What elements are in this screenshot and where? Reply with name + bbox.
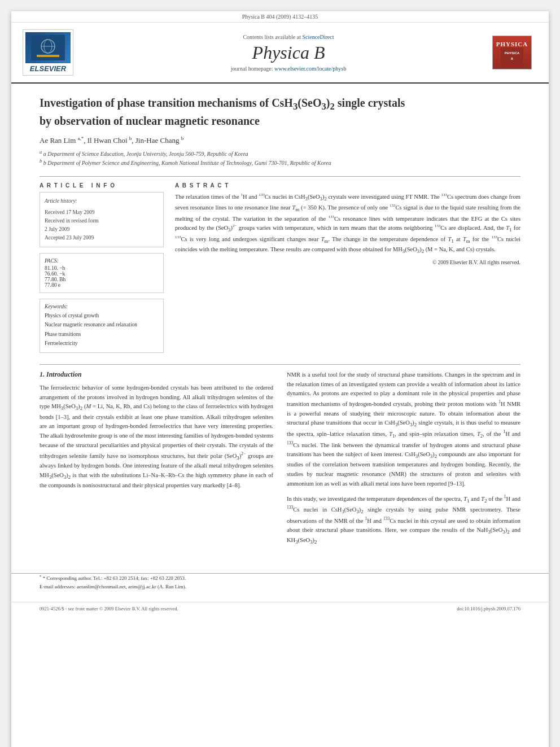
article-page: Physica B 404 (2009) 4132–4135 ELSEVIER — [11, 11, 549, 747]
svg-text:B: B — [511, 57, 513, 60]
article-history: Article history: Received 17 May 2009 Re… — [40, 192, 164, 247]
pacs-section: PACS: 81.10. −h 76.60. −k 77.80. Bh 77.8… — [40, 253, 164, 293]
body-columns: 1. Introduction The ferroelectric behavi… — [40, 370, 520, 551]
footnote-corresponding: * * Corresponding author. Tel.: +82 63 2… — [40, 574, 520, 582]
homepage-link[interactable]: www.elsevier.com/locate/physb — [274, 65, 346, 72]
issn-text: 0921-4526/$ - see front matter © 2009 El… — [40, 606, 178, 611]
intro-paragraph-1: The ferroelectric behavior of some hydro… — [40, 383, 273, 491]
pacs-item-1: 81.10. −h — [45, 265, 159, 271]
intro-paragraph-3: In this study, we investigated the tempe… — [287, 493, 520, 547]
journal-right: PHYSICA PHYSICA B — [492, 36, 537, 69]
left-meta-column: A R T I C L E I N F O Article history: R… — [40, 182, 164, 353]
keywords-section: Keywords: Physics of crystal growth Nucl… — [40, 299, 164, 353]
keyword-1: Physics of crystal growth — [45, 311, 159, 320]
elsevier-label: ELSEVIER — [25, 64, 71, 73]
received-date: Received 17 May 2009 — [45, 208, 159, 217]
body-divider — [40, 364, 520, 365]
keyword-4: Ferroelectricity — [45, 339, 159, 348]
affiliations: a a Department of Science Education, Jeo… — [40, 149, 520, 168]
abstract-text: The relaxation times of the 1H and 133Cs… — [175, 192, 520, 255]
abstract-column: A B S T R A C T The relaxation times of … — [175, 182, 520, 353]
revised-date: 2 July 2009 — [45, 225, 159, 234]
article-history-title: Article history: — [45, 197, 159, 206]
article-content: Investigation of phase transition mechan… — [11, 84, 549, 364]
doi-text: doi:10.1016/j.physb.2009.07.176 — [457, 606, 520, 611]
revised-label: Received in revised form — [45, 217, 159, 225]
abstract-heading: A B S T R A C T — [175, 182, 520, 189]
sciencedirect-url[interactable]: ScienceDirect — [302, 34, 334, 40]
keyword-3: Phase transitions — [45, 330, 159, 339]
accepted-date: Accepted 23 July 2009 — [45, 234, 159, 242]
svg-rect-5 — [501, 47, 523, 64]
elsevier-logo-image — [25, 32, 71, 63]
body-right-column: NMR is a useful tool for the study of st… — [287, 370, 520, 551]
pacs-item-4: 77.80 e — [45, 282, 159, 288]
introduction-title: 1. Introduction — [40, 370, 273, 379]
journal-title: Physica B — [85, 42, 492, 63]
article-info-heading: A R T I C L E I N F O — [40, 182, 164, 189]
svg-rect-4 — [37, 55, 59, 57]
body-content: 1. Introduction The ferroelectric behavi… — [11, 370, 549, 568]
intro-paragraph-2: NMR is a useful tool for the study of st… — [287, 370, 520, 489]
elsevier-logo: ELSEVIER — [23, 29, 73, 76]
keyword-2: Nuclear magnetic resonance and relaxatio… — [45, 320, 159, 329]
article-title: Investigation of phase transition mechan… — [40, 95, 520, 129]
footnote-area: * * Corresponding author. Tel.: +82 63 2… — [11, 573, 549, 602]
sciencedirect-link: Contents lists available at ScienceDirec… — [85, 34, 492, 40]
footnote-email: E-mail addresses: aeranlim@chonmail.net,… — [40, 583, 520, 591]
authors: Ae Ran Lim a,*, Il Hwan Choi b, Jin-Hae … — [40, 136, 520, 145]
article-meta-section: A R T I C L E I N F O Article history: R… — [40, 182, 520, 353]
pacs-title: PACS: — [45, 258, 159, 264]
svg-text:PHYSICA: PHYSICA — [505, 51, 520, 55]
pacs-item-2: 76.60. −k — [45, 271, 159, 277]
journal-homepage: journal homepage: www.elsevier.com/locat… — [85, 65, 492, 72]
journal-header: ELSEVIER Contents lists available at Sci… — [11, 23, 549, 84]
keywords-title: Keywords: — [45, 304, 159, 309]
top-bar: Physica B 404 (2009) 4132–4135 — [11, 11, 549, 23]
body-left-column: 1. Introduction The ferroelectric behavi… — [40, 370, 273, 551]
section-divider — [40, 176, 520, 177]
journal-center: Contents lists available at ScienceDirec… — [85, 34, 492, 72]
copyright: © 2009 Elsevier B.V. All rights reserved… — [175, 260, 520, 265]
pacs-item-3: 77.80. Bh — [45, 277, 159, 282]
journal-citation: Physica B 404 (2009) 4132–4135 — [242, 14, 318, 20]
physica-badge: PHYSICA PHYSICA B — [492, 36, 532, 69]
bottom-bar: 0921-4526/$ - see front matter © 2009 El… — [11, 602, 549, 611]
